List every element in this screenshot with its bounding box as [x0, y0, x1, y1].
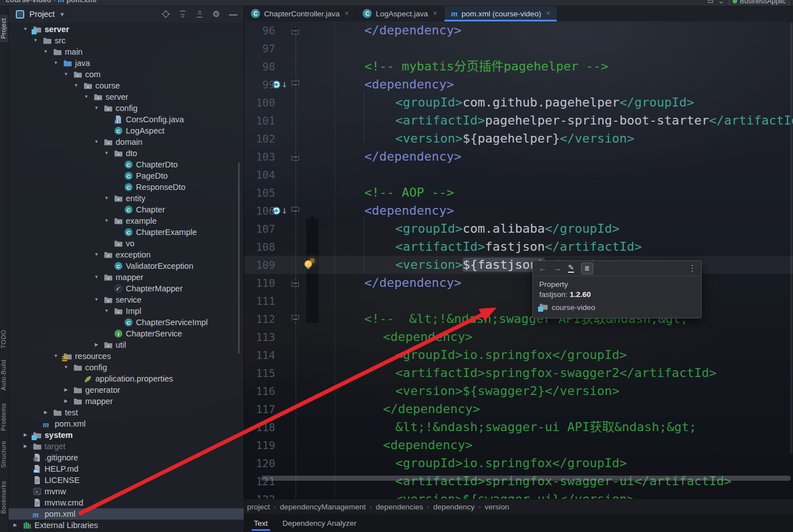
code-line-105[interactable]: 105<!-- AOP --> [244, 184, 793, 202]
tree-item-pom-xml[interactable]: mpom.xml [8, 418, 244, 429]
chevron-down-icon[interactable]: ▼ [103, 148, 111, 159]
more-icon[interactable]: ⋮ [688, 263, 697, 273]
chevron-down-icon[interactable]: ▼ [62, 362, 70, 373]
line-number[interactable]: 116 [247, 382, 275, 400]
stripe-item-project[interactable]: Project [0, 15, 8, 42]
code-line-99[interactable]: 99<dependency> [244, 76, 793, 94]
tree-item-example[interactable]: ▼example [8, 215, 244, 227]
tree-item-corsconfig-java[interactable]: JCorsConfig.java [8, 114, 244, 125]
editor-tab-pom-xml-course-video-[interactable]: mpom.xml (course-video)× [444, 6, 558, 21]
chevron-right-icon[interactable]: ▶ [42, 407, 50, 418]
tree-item-util[interactable]: ▶util [8, 339, 244, 351]
tree-item-chapterexample[interactable]: CChapterExample [8, 227, 244, 238]
close-icon[interactable]: × [546, 10, 550, 17]
settings-icon[interactable]: ⚙ [212, 10, 221, 19]
code-line-114[interactable]: 114<groupId>io.springfox</groupId> [244, 346, 793, 364]
code-line-101[interactable]: 101<artifactId>pagehelper-spring-boot-st… [244, 112, 793, 130]
line-number[interactable]: 121 [247, 472, 275, 490]
tree-item--gitignore[interactable]: .gitignore [8, 452, 244, 463]
editor-tab-logaspect-java[interactable]: CLogAspect.java× [356, 6, 444, 21]
chevron-down-icon[interactable]: ▼ [103, 215, 111, 227]
code-line-110[interactable]: 110</dependency> [244, 274, 793, 292]
tree-item-mapper[interactable]: ▶mapper [8, 396, 244, 407]
tree-item-exception[interactable]: ▼exception [8, 249, 244, 260]
chevron-down-icon[interactable]: ▼ [103, 193, 111, 204]
code-line-113[interactable]: 113<dependency> [244, 328, 793, 346]
line-number[interactable]: 100 [247, 94, 275, 112]
code-line-103[interactable]: 103</dependency> [244, 148, 793, 166]
tree-item-vo[interactable]: vo [8, 238, 244, 249]
tree-item-course[interactable]: ▼course [8, 80, 244, 91]
line-number[interactable]: 115 [247, 364, 275, 382]
close-icon[interactable]: × [345, 10, 349, 17]
code-line-108[interactable]: 108<artifactId>fastjson</artifactId> [244, 238, 793, 256]
line-number[interactable]: 98 [247, 57, 275, 76]
run-configuration[interactable]: BusinessApplic [729, 0, 790, 6]
line-number[interactable]: 120 [247, 454, 275, 472]
chevron-right-icon[interactable]: ▶ [21, 429, 29, 441]
tree-item-chapter[interactable]: CChapter [8, 204, 244, 215]
chevron-down-icon[interactable]: ▼ [21, 24, 29, 35]
code-line-109[interactable]: 109<version>${fastjson}</version> [244, 256, 793, 274]
chevron-down-icon[interactable]: ▼ [52, 57, 60, 69]
code-line-97[interactable]: 97 [244, 39, 793, 57]
stripe-item-problems[interactable]: Problems [0, 403, 8, 431]
tree-item-impl[interactable]: ▼Impl [8, 305, 244, 317]
code-line-104[interactable]: 104 [244, 166, 793, 184]
chevron-down-icon[interactable]: ▼ [92, 294, 100, 305]
tree-item-service[interactable]: ▼service [8, 294, 244, 305]
line-number[interactable]: 112 [247, 310, 275, 328]
tree-item-mapper[interactable]: ▼mapper [8, 272, 244, 283]
project-panel-title[interactable]: Project [29, 10, 55, 19]
line-number[interactable]: 105 [247, 184, 275, 202]
tree-item-pom-xml[interactable]: mpom.xml [8, 508, 244, 520]
tree-item-server[interactable]: ▼server [8, 91, 244, 103]
code-line-106[interactable]: 106<dependency> [244, 202, 793, 220]
nav-crumb-file[interactable]: pom.xml [67, 0, 96, 4]
vertical-scrollbar[interactable] [790, 23, 792, 454]
edit-source-icon[interactable]: ✎ [568, 264, 574, 273]
code-line-100[interactable]: 100<groupId>com.github.pagehelper</group… [244, 94, 793, 112]
tree-item-chapterservice[interactable]: IChapterService [8, 328, 244, 339]
tree-item-java[interactable]: ▼java [8, 57, 244, 69]
stripe-item-auto-build[interactable]: Auto-Build [0, 360, 8, 391]
chevron-down-icon[interactable]: ▼ [52, 351, 60, 362]
nav-breadcrumb[interactable]: course-video › m pom.xml [6, 0, 96, 4]
bottom-tab-text[interactable]: Text [254, 514, 268, 532]
line-number[interactable]: 99 [247, 76, 275, 94]
breadcrumb-item-dependencies[interactable]: dependencies [376, 503, 423, 511]
tree-item-responsedto[interactable]: CResponseDto [8, 181, 244, 193]
run-widget[interactable]: ▭ ⌄ BusinessApplic [707, 0, 790, 6]
breadcrumb-item-dependency[interactable]: dependency [433, 503, 475, 511]
tree-item-logaspect[interactable]: CLogAspect [8, 125, 244, 136]
tree-item-resources[interactable]: ▼resources [8, 351, 244, 362]
breadcrumb-item-project[interactable]: project [247, 503, 270, 511]
tree-item-entity[interactable]: ▼entity [8, 193, 244, 204]
tree-item-server[interactable]: ▼server [8, 24, 244, 35]
line-number[interactable]: 114 [247, 346, 275, 364]
code-editor[interactable]: 96</dependency>9798<!-- mybatis分页插件pageh… [244, 21, 793, 499]
breadcrumb-item-version[interactable]: version [484, 503, 509, 511]
chevron-down-icon[interactable]: ▼ [92, 136, 100, 148]
chevron-down-icon[interactable]: ▼ [42, 46, 50, 57]
tree-item-system[interactable]: ▶system [8, 429, 244, 441]
code-line-122[interactable]: 122<version>${swagger-ui}</version> [244, 490, 793, 499]
line-number[interactable]: 118 [247, 418, 275, 436]
code-line-117[interactable]: 117</dependency> [244, 400, 793, 418]
horizontal-scrollbar[interactable] [261, 476, 791, 481]
code-line-112[interactable]: 112<!-- &lt;!&ndash;swagger API获取&ndash;… [244, 310, 793, 328]
tree-item-chapterserviceimpl[interactable]: CChapterServiceImpl [8, 317, 244, 328]
chevron-right-icon[interactable]: ▶ [21, 441, 29, 452]
tree-item-generator[interactable]: ▶generator [8, 384, 244, 396]
expand-all-icon[interactable] [178, 10, 187, 19]
editor-tab-chaptercontroller-java[interactable]: CChapterController.java× [244, 6, 356, 21]
line-number[interactable]: 103 [247, 148, 275, 166]
line-number[interactable]: 110 [247, 274, 275, 292]
stripe-item-structure[interactable]: Structure [0, 441, 8, 468]
line-number[interactable]: 122 [247, 490, 275, 499]
tree-item-license[interactable]: LICENSE [8, 475, 244, 486]
tree-item-domain[interactable]: ▼domain [8, 136, 244, 148]
code-line-120[interactable]: 120<groupId>io.springfox</groupId> [244, 454, 793, 472]
line-number[interactable]: 101 [247, 112, 275, 130]
tree-item-com[interactable]: ▼com [8, 69, 244, 80]
